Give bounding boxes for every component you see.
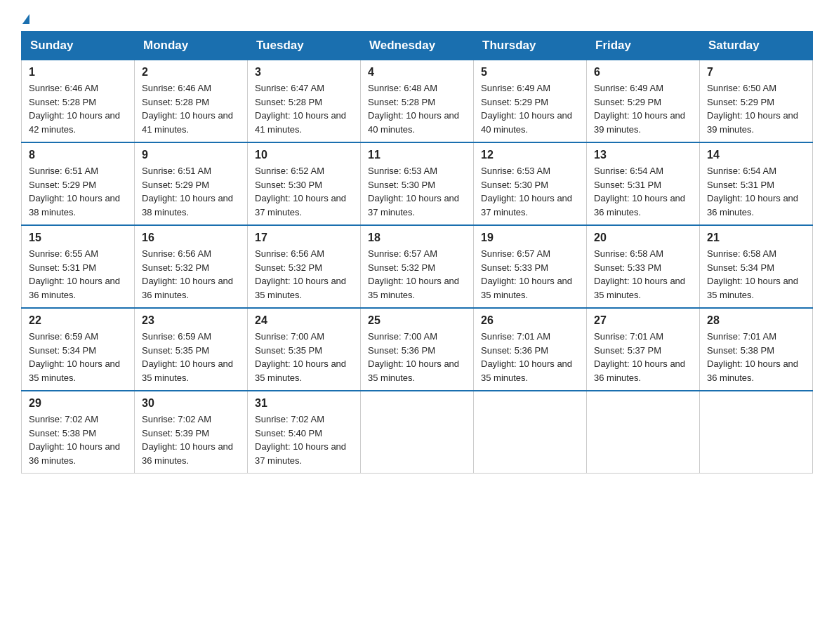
calendar-week-row: 8 Sunrise: 6:51 AMSunset: 5:29 PMDayligh… [22, 142, 813, 225]
day-info: Sunrise: 7:01 AMSunset: 5:38 PMDaylight:… [707, 331, 798, 383]
calendar-cell: 28 Sunrise: 7:01 AMSunset: 5:38 PMDaylig… [700, 308, 813, 391]
calendar-cell [361, 391, 474, 474]
calendar-cell: 15 Sunrise: 6:55 AMSunset: 5:31 PMDaylig… [22, 225, 135, 308]
day-info: Sunrise: 7:00 AMSunset: 5:35 PMDaylight:… [255, 331, 346, 383]
day-number: 1 [29, 66, 127, 79]
day-info: Sunrise: 6:57 AMSunset: 5:33 PMDaylight:… [481, 248, 572, 300]
day-number: 19 [481, 232, 579, 244]
calendar-cell: 24 Sunrise: 7:00 AMSunset: 5:35 PMDaylig… [248, 308, 361, 391]
calendar-cell: 17 Sunrise: 6:56 AMSunset: 5:32 PMDaylig… [248, 225, 361, 308]
day-info: Sunrise: 7:02 AMSunset: 5:38 PMDaylight:… [29, 414, 120, 466]
calendar-cell: 18 Sunrise: 6:57 AMSunset: 5:32 PMDaylig… [361, 225, 474, 308]
calendar-week-row: 29 Sunrise: 7:02 AMSunset: 5:38 PMDaylig… [22, 391, 813, 474]
day-info: Sunrise: 6:49 AMSunset: 5:29 PMDaylight:… [481, 83, 572, 135]
calendar-cell: 7 Sunrise: 6:50 AMSunset: 5:29 PMDayligh… [700, 60, 813, 143]
day-number: 11 [368, 149, 466, 161]
day-number: 29 [29, 397, 127, 410]
day-number: 24 [255, 314, 353, 327]
calendar-cell: 27 Sunrise: 7:01 AMSunset: 5:37 PMDaylig… [587, 308, 700, 391]
day-info: Sunrise: 7:00 AMSunset: 5:36 PMDaylight:… [368, 331, 459, 383]
day-number: 30 [142, 397, 240, 410]
day-number: 14 [707, 149, 805, 161]
calendar-cell: 10 Sunrise: 6:52 AMSunset: 5:30 PMDaylig… [248, 142, 361, 225]
day-number: 4 [368, 66, 466, 79]
calendar-cell: 9 Sunrise: 6:51 AMSunset: 5:29 PMDayligh… [135, 142, 248, 225]
calendar-table: SundayMondayTuesdayWednesdayThursdayFrid… [21, 31, 813, 474]
day-info: Sunrise: 6:46 AMSunset: 5:28 PMDaylight:… [142, 83, 233, 135]
day-header-thursday: Thursday [474, 32, 587, 60]
calendar-cell: 16 Sunrise: 6:56 AMSunset: 5:32 PMDaylig… [135, 225, 248, 308]
calendar-cell: 3 Sunrise: 6:47 AMSunset: 5:28 PMDayligh… [248, 60, 361, 143]
calendar-cell: 11 Sunrise: 6:53 AMSunset: 5:30 PMDaylig… [361, 142, 474, 225]
calendar-cell: 29 Sunrise: 7:02 AMSunset: 5:38 PMDaylig… [22, 391, 135, 474]
calendar-cell: 13 Sunrise: 6:54 AMSunset: 5:31 PMDaylig… [587, 142, 700, 225]
day-number: 17 [255, 232, 353, 244]
day-info: Sunrise: 6:57 AMSunset: 5:32 PMDaylight:… [368, 248, 459, 300]
day-info: Sunrise: 6:48 AMSunset: 5:28 PMDaylight:… [368, 83, 459, 135]
day-header-friday: Friday [587, 32, 700, 60]
day-header-sunday: Sunday [22, 32, 135, 60]
day-header-monday: Monday [135, 32, 248, 60]
day-info: Sunrise: 6:51 AMSunset: 5:29 PMDaylight:… [142, 166, 233, 217]
day-info: Sunrise: 6:49 AMSunset: 5:29 PMDaylight:… [594, 83, 685, 135]
day-info: Sunrise: 6:59 AMSunset: 5:34 PMDaylight:… [29, 331, 120, 383]
calendar-cell: 8 Sunrise: 6:51 AMSunset: 5:29 PMDayligh… [22, 142, 135, 225]
day-info: Sunrise: 6:56 AMSunset: 5:32 PMDaylight:… [255, 248, 346, 300]
day-header-saturday: Saturday [700, 32, 813, 60]
day-info: Sunrise: 6:53 AMSunset: 5:30 PMDaylight:… [368, 166, 459, 217]
day-number: 8 [29, 149, 127, 161]
day-number: 20 [594, 232, 692, 244]
day-number: 12 [481, 149, 579, 161]
day-info: Sunrise: 7:01 AMSunset: 5:36 PMDaylight:… [481, 331, 572, 383]
calendar-cell: 4 Sunrise: 6:48 AMSunset: 5:28 PMDayligh… [361, 60, 474, 143]
day-info: Sunrise: 6:54 AMSunset: 5:31 PMDaylight:… [594, 166, 685, 217]
day-number: 13 [594, 149, 692, 161]
calendar-cell: 30 Sunrise: 7:02 AMSunset: 5:39 PMDaylig… [135, 391, 248, 474]
day-number: 7 [707, 66, 805, 79]
day-info: Sunrise: 7:01 AMSunset: 5:37 PMDaylight:… [594, 331, 685, 383]
day-number: 25 [368, 314, 466, 327]
calendar-week-row: 15 Sunrise: 6:55 AMSunset: 5:31 PMDaylig… [22, 225, 813, 308]
day-number: 21 [707, 232, 805, 244]
calendar-cell: 19 Sunrise: 6:57 AMSunset: 5:33 PMDaylig… [474, 225, 587, 308]
day-number: 2 [142, 66, 240, 79]
day-info: Sunrise: 6:58 AMSunset: 5:34 PMDaylight:… [707, 248, 798, 300]
day-number: 18 [368, 232, 466, 244]
day-info: Sunrise: 6:55 AMSunset: 5:31 PMDaylight:… [29, 248, 120, 300]
calendar-cell: 20 Sunrise: 6:58 AMSunset: 5:33 PMDaylig… [587, 225, 700, 308]
day-number: 22 [29, 314, 127, 327]
day-header-wednesday: Wednesday [361, 32, 474, 60]
calendar-cell: 31 Sunrise: 7:02 AMSunset: 5:40 PMDaylig… [248, 391, 361, 474]
day-info: Sunrise: 7:02 AMSunset: 5:40 PMDaylight:… [255, 414, 346, 466]
calendar-cell: 26 Sunrise: 7:01 AMSunset: 5:36 PMDaylig… [474, 308, 587, 391]
calendar-cell [587, 391, 700, 474]
calendar-week-row: 22 Sunrise: 6:59 AMSunset: 5:34 PMDaylig… [22, 308, 813, 391]
page-header [21, 14, 813, 24]
day-info: Sunrise: 6:46 AMSunset: 5:28 PMDaylight:… [29, 83, 120, 135]
day-info: Sunrise: 6:50 AMSunset: 5:29 PMDaylight:… [707, 83, 798, 135]
calendar-cell: 22 Sunrise: 6:59 AMSunset: 5:34 PMDaylig… [22, 308, 135, 391]
calendar-cell: 14 Sunrise: 6:54 AMSunset: 5:31 PMDaylig… [700, 142, 813, 225]
calendar-cell: 2 Sunrise: 6:46 AMSunset: 5:28 PMDayligh… [135, 60, 248, 143]
logo [21, 14, 29, 24]
day-number: 6 [594, 66, 692, 79]
day-number: 9 [142, 149, 240, 161]
day-number: 28 [707, 314, 805, 327]
day-info: Sunrise: 6:58 AMSunset: 5:33 PMDaylight:… [594, 248, 685, 300]
day-info: Sunrise: 6:56 AMSunset: 5:32 PMDaylight:… [142, 248, 233, 300]
day-number: 3 [255, 66, 353, 79]
calendar-header-row: SundayMondayTuesdayWednesdayThursdayFrid… [22, 32, 813, 60]
calendar-cell: 21 Sunrise: 6:58 AMSunset: 5:34 PMDaylig… [700, 225, 813, 308]
day-info: Sunrise: 6:47 AMSunset: 5:28 PMDaylight:… [255, 83, 346, 135]
day-number: 15 [29, 232, 127, 244]
day-info: Sunrise: 7:02 AMSunset: 5:39 PMDaylight:… [142, 414, 233, 466]
calendar-cell: 25 Sunrise: 7:00 AMSunset: 5:36 PMDaylig… [361, 308, 474, 391]
calendar-cell: 6 Sunrise: 6:49 AMSunset: 5:29 PMDayligh… [587, 60, 700, 143]
calendar-cell: 12 Sunrise: 6:53 AMSunset: 5:30 PMDaylig… [474, 142, 587, 225]
day-number: 23 [142, 314, 240, 327]
calendar-cell: 23 Sunrise: 6:59 AMSunset: 5:35 PMDaylig… [135, 308, 248, 391]
day-number: 27 [594, 314, 692, 327]
day-info: Sunrise: 6:53 AMSunset: 5:30 PMDaylight:… [481, 166, 572, 217]
day-header-tuesday: Tuesday [248, 32, 361, 60]
calendar-week-row: 1 Sunrise: 6:46 AMSunset: 5:28 PMDayligh… [22, 60, 813, 143]
